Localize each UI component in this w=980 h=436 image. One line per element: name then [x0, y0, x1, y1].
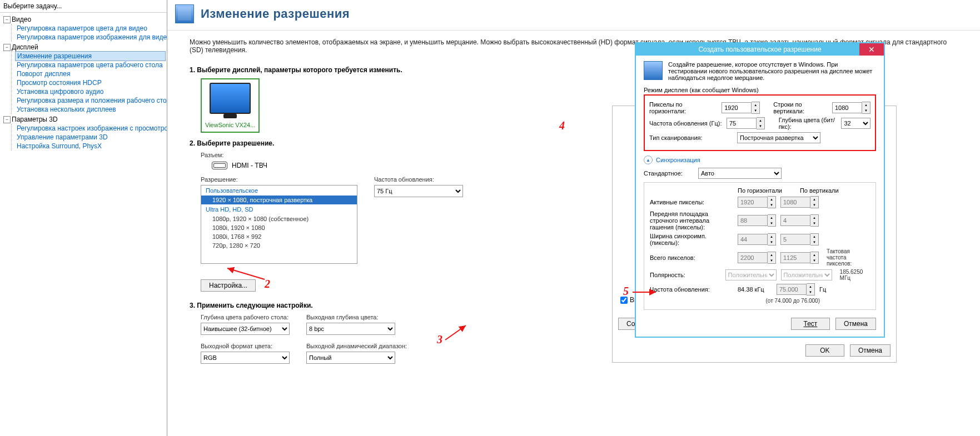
- tree-link[interactable]: Регулировка параметров цвета для видео: [15, 24, 166, 33]
- tree-link[interactable]: Управление параметрами 3D: [15, 133, 166, 142]
- page-title: Изменение разрешения: [201, 7, 350, 21]
- active-v: ▲▼: [780, 196, 819, 208]
- chevron-up-icon: ▲: [644, 156, 653, 164]
- monitor-label: ViewSonic VX24...: [205, 122, 255, 128]
- tree-link[interactable]: Настройка Surround, PhysX: [15, 142, 166, 151]
- v-lines-input[interactable]: ▲▼: [832, 102, 870, 114]
- mode-section: Пикселы по горизонтали: ▲▼ Строки по вер…: [644, 94, 876, 151]
- front-h: ▲▼: [738, 214, 776, 227]
- customize-button[interactable]: Настройка...: [201, 279, 256, 292]
- collapse-icon[interactable]: −: [3, 16, 11, 23]
- total-h: ▲▼: [738, 252, 776, 264]
- refresh-select[interactable]: 75 Гц: [374, 185, 463, 197]
- tree-link[interactable]: Регулировка параметров цвета рабочего ст…: [15, 61, 166, 69]
- monitor-thumbnail[interactable]: ViewSonic VX24...: [201, 78, 260, 133]
- resolution-option[interactable]: 720p, 1280 × 720: [201, 241, 357, 250]
- tree-link-change-resolution[interactable]: Изменение разрешения: [15, 51, 166, 61]
- dynamic-range-label: Выходной динамический диапазон:: [306, 343, 407, 349]
- resolution-option[interactable]: 1080p, 1920 × 1080 (собственное): [201, 214, 357, 223]
- resolution-option[interactable]: 1080i, 1768 × 992: [201, 232, 357, 241]
- output-color-depth-select[interactable]: 8 bpc: [306, 323, 395, 335]
- test-button[interactable]: Тест: [791, 318, 830, 330]
- sync-fieldset: По горизонталиПо вертикали Активные пикс…: [644, 182, 876, 310]
- dialog-intro-text: Создайте разрешение, которое отсутствует…: [668, 61, 876, 81]
- tree-group-display[interactable]: −Дисплей: [3, 43, 166, 52]
- resolution-label: Разрешение:: [201, 176, 357, 183]
- connector-value: HDMI - ТВЧ: [232, 162, 267, 169]
- resolution-option[interactable]: 1080i, 1920 × 1080: [201, 223, 357, 232]
- resolution-option-selected[interactable]: 1920 × 1080, построчная развертка: [201, 196, 357, 204]
- tree-link[interactable]: Регулировка параметров изображения для в…: [15, 33, 166, 42]
- active-h: ▲▼: [738, 196, 776, 208]
- tree-link[interactable]: Установка нескольких дисплеев: [15, 105, 166, 114]
- syncw-h: ▲▼: [738, 233, 776, 245]
- refresh-v: ▲▼: [777, 283, 815, 295]
- dialog-cancel-button[interactable]: Отмена: [835, 318, 876, 330]
- tree-group-video[interactable]: −Видео: [3, 15, 166, 24]
- hdmi-icon: [212, 162, 227, 169]
- main: Изменение разрешения Можно уменьшить кол…: [167, 0, 980, 436]
- syncw-v: ▲▼: [780, 233, 819, 245]
- display-icon: [175, 4, 194, 23]
- tree-link[interactable]: Регулировка размера и положения рабочего…: [15, 96, 166, 105]
- output-color-depth-label: Выходная глубина цвета:: [306, 314, 395, 320]
- tree-group-3d[interactable]: −Параметры 3D: [3, 115, 166, 124]
- polarity-v: Положительная: [781, 269, 832, 280]
- polarity-h: Положительная: [725, 269, 777, 280]
- sync-toggle[interactable]: ▲ Синхронизация: [644, 156, 876, 164]
- monitor-icon: [210, 83, 251, 114]
- color-depth-label: Глубина цвета рабочего стола:: [201, 314, 290, 320]
- output-format-select[interactable]: RGB: [201, 352, 290, 364]
- refresh-label: Частота обновления:: [374, 176, 463, 183]
- main-header: Изменение разрешения: [167, 0, 980, 31]
- close-icon[interactable]: ✕: [859, 43, 884, 56]
- sidebar: Выберите задачу... −Видео Регулировка па…: [0, 0, 167, 436]
- color-depth-select[interactable]: Наивысшее (32-битное): [201, 323, 290, 335]
- refresh-input[interactable]: ▲▼: [727, 117, 765, 129]
- color-depth-select[interactable]: 32: [841, 118, 870, 129]
- panel-cancel-button[interactable]: Отмена: [850, 344, 891, 357]
- tree-link[interactable]: Установка цифрового аудио: [15, 87, 166, 96]
- dynamic-range-select[interactable]: Полный: [306, 352, 395, 364]
- custom-resolution-dialog: Создать пользовательское разрешение ✕ Со…: [635, 42, 885, 338]
- tree-link[interactable]: Регулировка настроек изображения с просм…: [15, 124, 166, 133]
- dialog-title-bar[interactable]: Создать пользовательское разрешение ✕: [636, 43, 884, 56]
- scan-type-select[interactable]: Построчная развертка: [737, 132, 820, 143]
- display-icon: [644, 61, 663, 80]
- h-pixels-input[interactable]: ▲▼: [722, 102, 760, 114]
- front-v: ▲▼: [780, 214, 819, 227]
- mode-label: Режим дисплея (как сообщает Windows): [644, 87, 876, 93]
- range-note: (от 74.000 до 76.000): [650, 298, 820, 304]
- collapse-icon[interactable]: −: [3, 44, 11, 51]
- tree: −Видео Регулировка параметров цвета для …: [0, 13, 167, 436]
- panel-ok-button[interactable]: OK: [805, 344, 844, 357]
- tree-link[interactable]: Просмотр состояния HDCP: [15, 78, 166, 87]
- standard-select[interactable]: Авто: [698, 168, 782, 179]
- sidebar-title: Выберите задачу...: [0, 0, 167, 13]
- tree-link[interactable]: Поворот дисплея: [15, 69, 166, 78]
- total-v: ▲▼: [780, 252, 819, 264]
- resolution-listbox[interactable]: Пользовательское 1920 × 1080, построчная…: [201, 185, 357, 264]
- output-format-label: Выходной формат цвета:: [201, 343, 290, 349]
- collapse-icon[interactable]: −: [3, 116, 11, 123]
